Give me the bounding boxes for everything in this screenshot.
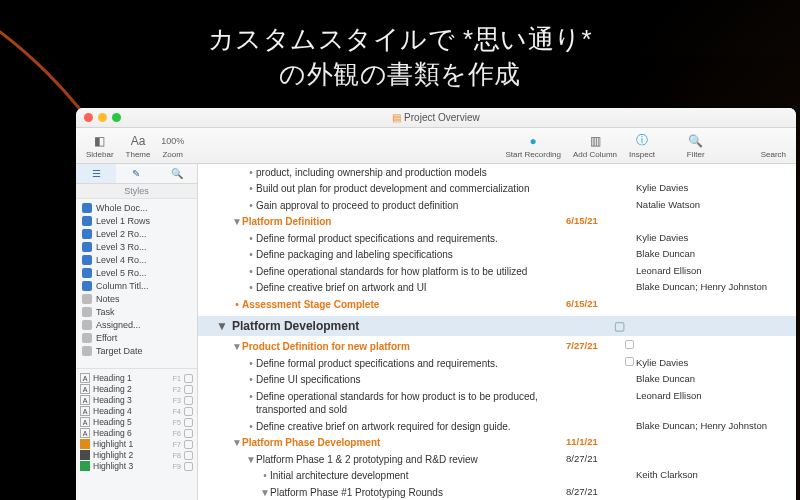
- sidebar-tab-search[interactable]: 🔍: [157, 164, 197, 183]
- outline-row[interactable]: •Define packaging and labeling specifica…: [198, 247, 796, 264]
- start-recording-button[interactable]: ●Start Recording: [501, 133, 565, 159]
- row-text: Define packaging and labeling specificat…: [256, 248, 566, 262]
- format-shortcut: F3: [173, 397, 181, 404]
- row-checkbox[interactable]: [625, 357, 634, 366]
- outline-row[interactable]: •Define creative brief on artwork and UI…: [198, 280, 796, 297]
- format-checkbox[interactable]: [184, 451, 193, 460]
- row-assignee: Natalie Watson: [636, 199, 796, 212]
- outline-row[interactable]: •Define formal product specifications an…: [198, 355, 796, 372]
- outline-row[interactable]: ▼Platform Phase Development11/1/21: [198, 435, 796, 452]
- row-date: 8/27/21: [566, 453, 622, 466]
- format-item[interactable]: AHeading 1F1: [80, 373, 193, 383]
- format-label: Heading 5: [93, 417, 132, 427]
- style-item[interactable]: Level 4 Ro...: [80, 254, 193, 266]
- disclosure-triangle-icon[interactable]: ▼: [246, 453, 256, 467]
- row-assignee: Kylie Davies: [636, 357, 796, 370]
- outline-row[interactable]: •Assessment Stage Complete6/15/21: [198, 296, 796, 313]
- inspect-button[interactable]: ⓘInspect: [625, 133, 659, 159]
- style-item[interactable]: Level 3 Ro...: [80, 241, 193, 253]
- format-label: Highlight 3: [93, 461, 133, 471]
- row-text: Platform Definition: [242, 215, 566, 229]
- format-checkbox[interactable]: [184, 374, 193, 383]
- style-item[interactable]: Level 2 Ro...: [80, 228, 193, 240]
- format-item[interactable]: Highlight 1F7: [80, 439, 193, 449]
- zoom-dropdown[interactable]: 100%Zoom: [158, 133, 186, 159]
- disclosure-triangle-icon[interactable]: ▼: [232, 215, 242, 229]
- style-item[interactable]: Assigned...: [80, 319, 193, 331]
- outline-row[interactable]: •Define operational standards for how pl…: [198, 263, 796, 280]
- disclosure-triangle-icon[interactable]: ▼: [216, 319, 228, 333]
- outline-row[interactable]: •Initial architecture developmentKeith C…: [198, 468, 796, 485]
- outline-row[interactable]: •Define operational standards for how pr…: [198, 388, 796, 418]
- style-item[interactable]: Effort: [80, 332, 193, 344]
- row-assignee: Blake Duncan; Henry Johnston: [636, 281, 796, 294]
- sidebar-button[interactable]: ◧Sidebar: [82, 133, 118, 159]
- format-checkbox[interactable]: [184, 418, 193, 427]
- bullet-icon: •: [246, 373, 256, 387]
- outline-row[interactable]: •Define creative brief on artwork requir…: [198, 418, 796, 435]
- format-checkbox[interactable]: [184, 462, 193, 471]
- format-label: Highlight 1: [93, 439, 133, 449]
- outline-row[interactable]: •product, including ownership and produc…: [198, 164, 796, 181]
- format-checkbox[interactable]: [184, 385, 193, 394]
- disclosure-triangle-icon[interactable]: ▼: [232, 436, 242, 450]
- outline-row[interactable]: ▼Product Definition for new platform7/27…: [198, 339, 796, 356]
- outline-row[interactable]: ▼Platform Phase 1 & 2 prototyping and R&…: [198, 451, 796, 468]
- style-swatch: [82, 242, 92, 252]
- style-item[interactable]: Level 1 Rows: [80, 215, 193, 227]
- outline-row[interactable]: ▼Platform Phase #1 Prototyping Rounds8/2…: [198, 484, 796, 500]
- row-text: Assessment Stage Complete: [242, 298, 566, 312]
- style-item[interactable]: Whole Doc...: [80, 202, 193, 214]
- format-item[interactable]: AHeading 4F4: [80, 406, 193, 416]
- style-label: Level 3 Ro...: [96, 242, 147, 252]
- highlight-swatch: [80, 461, 90, 471]
- bullet-icon: •: [246, 281, 256, 295]
- heading-icon: A: [80, 384, 90, 394]
- disclosure-triangle-icon[interactable]: ▼: [232, 340, 242, 354]
- format-shortcut: F9: [173, 463, 181, 470]
- outline-row[interactable]: •Define formal product specifications an…: [198, 230, 796, 247]
- style-swatch: [82, 216, 92, 226]
- outline-row[interactable]: •Build out plan for product development …: [198, 181, 796, 198]
- style-item[interactable]: Level 5 Ro...: [80, 267, 193, 279]
- format-item[interactable]: AHeading 5F5: [80, 417, 193, 427]
- section-check-column: ▢: [614, 319, 628, 333]
- theme-button[interactable]: AaTheme: [122, 133, 155, 159]
- format-checkbox[interactable]: [184, 429, 193, 438]
- format-item[interactable]: AHeading 2F2: [80, 384, 193, 394]
- style-item[interactable]: Column Titl...: [80, 280, 193, 292]
- format-shortcut: F4: [173, 408, 181, 415]
- format-checkbox[interactable]: [184, 407, 193, 416]
- row-text: Gain approval to proceed to product defi…: [256, 199, 566, 213]
- style-item[interactable]: Notes: [80, 293, 193, 305]
- outline-pane[interactable]: •product, including ownership and produc…: [198, 164, 796, 500]
- row-date: 7/27/21: [566, 340, 622, 353]
- search-icon: 🔍: [171, 168, 183, 179]
- disclosure-triangle-icon[interactable]: ▼: [260, 486, 270, 500]
- style-swatch: [82, 203, 92, 213]
- style-item[interactable]: Target Date: [80, 345, 193, 357]
- format-checkbox[interactable]: [184, 396, 193, 405]
- filter-field[interactable]: 🔍Filter: [683, 133, 709, 159]
- search-field[interactable]: Search: [757, 133, 790, 159]
- marketing-headline: カスタムスタイルで *思い通り* の外観の書類を作成: [0, 22, 800, 92]
- paint-icon: ✎: [132, 168, 140, 179]
- format-checkbox[interactable]: [184, 440, 193, 449]
- sidebar-tab-outline[interactable]: ☰: [76, 164, 116, 183]
- row-assignee: Blake Duncan: [636, 248, 796, 261]
- format-item[interactable]: Highlight 2F8: [80, 450, 193, 460]
- row-checkbox[interactable]: [625, 340, 634, 349]
- outline-row[interactable]: •Gain approval to proceed to product def…: [198, 197, 796, 214]
- style-swatch: [82, 294, 92, 304]
- outline-row[interactable]: ▼Platform Definition6/15/21: [198, 214, 796, 231]
- outline-row[interactable]: •Define UI specificationsBlake Duncan: [198, 372, 796, 389]
- style-item[interactable]: Task: [80, 306, 193, 318]
- sidebar-tab-styles[interactable]: ✎: [116, 164, 156, 183]
- format-item[interactable]: Highlight 3F9: [80, 461, 193, 471]
- heading-icon: A: [80, 428, 90, 438]
- format-item[interactable]: AHeading 3F3: [80, 395, 193, 405]
- section-header[interactable]: ▼ Platform Development ▢: [198, 316, 796, 336]
- format-item[interactable]: AHeading 6F6: [80, 428, 193, 438]
- style-label: Column Titl...: [96, 281, 149, 291]
- add-column-button[interactable]: ▥Add Column: [569, 133, 621, 159]
